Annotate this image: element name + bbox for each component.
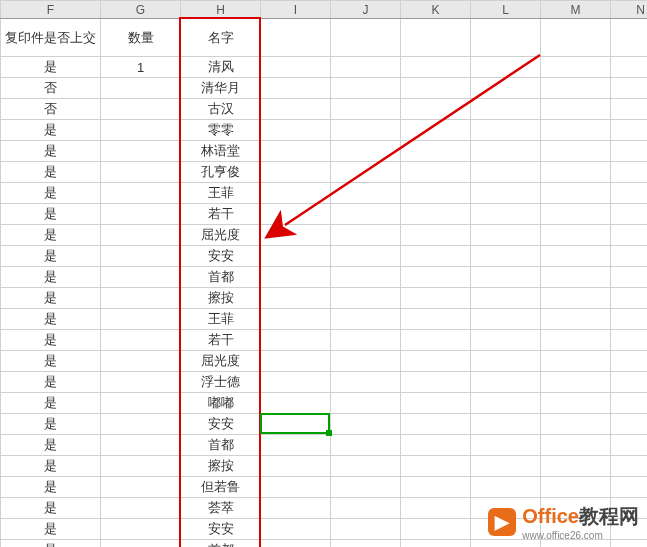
cell[interactable]: 若干	[181, 204, 261, 225]
cell[interactable]	[401, 498, 471, 519]
cell[interactable]: 安安	[181, 414, 261, 435]
cell[interactable]	[261, 99, 331, 120]
cell[interactable]	[611, 267, 648, 288]
cell[interactable]	[471, 141, 541, 162]
cell[interactable]: 首都	[181, 435, 261, 456]
spreadsheet-grid[interactable]: F G H I J K L M N 复印件是否上交 数量 名字 是1清风否清华月…	[0, 0, 647, 547]
cell[interactable]	[611, 288, 648, 309]
cell[interactable]	[541, 309, 611, 330]
cell[interactable]	[401, 183, 471, 204]
cell[interactable]: 擦按	[181, 456, 261, 477]
cell[interactable]	[261, 204, 331, 225]
cell[interactable]	[611, 204, 648, 225]
cell[interactable]	[471, 162, 541, 183]
cell[interactable]	[331, 57, 401, 78]
cell[interactable]	[401, 330, 471, 351]
cell[interactable]	[331, 120, 401, 141]
col-header-G[interactable]: G	[101, 1, 181, 19]
cell[interactable]: 1	[101, 57, 181, 78]
cell[interactable]	[331, 540, 401, 548]
col-header-I[interactable]: I	[261, 1, 331, 19]
cell[interactable]	[401, 372, 471, 393]
cell[interactable]	[401, 78, 471, 99]
cell[interactable]: 是	[1, 141, 101, 162]
cell[interactable]	[611, 120, 648, 141]
cell[interactable]: 屈光度	[181, 351, 261, 372]
cell[interactable]	[101, 372, 181, 393]
cell[interactable]	[331, 351, 401, 372]
cell[interactable]	[541, 372, 611, 393]
cell[interactable]	[471, 225, 541, 246]
cell[interactable]	[401, 141, 471, 162]
cell[interactable]	[261, 225, 331, 246]
cell[interactable]: 是	[1, 309, 101, 330]
cell[interactable]	[541, 99, 611, 120]
cell[interactable]: 是	[1, 330, 101, 351]
cell[interactable]	[541, 57, 611, 78]
cell[interactable]	[331, 477, 401, 498]
cell[interactable]	[401, 540, 471, 548]
cell[interactable]	[261, 141, 331, 162]
cell[interactable]: 是	[1, 288, 101, 309]
cell[interactable]: 是	[1, 57, 101, 78]
cell[interactable]: 是	[1, 519, 101, 540]
cell[interactable]	[261, 330, 331, 351]
cell[interactable]	[331, 225, 401, 246]
cell[interactable]	[611, 99, 648, 120]
cell[interactable]	[401, 19, 471, 57]
cell[interactable]	[331, 162, 401, 183]
cell[interactable]	[331, 19, 401, 57]
cell[interactable]	[401, 246, 471, 267]
cell[interactable]	[611, 225, 648, 246]
cell[interactable]	[261, 288, 331, 309]
cell[interactable]	[541, 393, 611, 414]
cell[interactable]	[541, 78, 611, 99]
cell[interactable]: 是	[1, 477, 101, 498]
cell[interactable]	[541, 141, 611, 162]
cell[interactable]	[541, 183, 611, 204]
cell[interactable]	[401, 120, 471, 141]
cell[interactable]	[401, 435, 471, 456]
cell[interactable]	[401, 288, 471, 309]
cell[interactable]: 王菲	[181, 309, 261, 330]
cell[interactable]	[101, 162, 181, 183]
cell[interactable]	[471, 204, 541, 225]
cell[interactable]: 是	[1, 183, 101, 204]
cell[interactable]	[331, 519, 401, 540]
cell[interactable]	[611, 78, 648, 99]
cell[interactable]	[611, 393, 648, 414]
cell[interactable]	[261, 414, 331, 435]
cell[interactable]	[261, 540, 331, 548]
cell[interactable]	[331, 141, 401, 162]
cell[interactable]	[541, 19, 611, 57]
col-header-K[interactable]: K	[401, 1, 471, 19]
cell[interactable]	[101, 309, 181, 330]
cell[interactable]	[401, 162, 471, 183]
cell[interactable]: 是	[1, 393, 101, 414]
col-header-M[interactable]: M	[541, 1, 611, 19]
cell[interactable]: 荟萃	[181, 498, 261, 519]
cell[interactable]	[541, 435, 611, 456]
cell[interactable]	[331, 498, 401, 519]
cell[interactable]	[101, 246, 181, 267]
cell[interactable]	[101, 204, 181, 225]
cell[interactable]	[471, 309, 541, 330]
cell[interactable]	[331, 414, 401, 435]
cell[interactable]	[101, 414, 181, 435]
cell[interactable]: 是	[1, 162, 101, 183]
cell[interactable]	[261, 246, 331, 267]
cell[interactable]	[611, 19, 648, 57]
cell[interactable]	[611, 456, 648, 477]
cell[interactable]: 孔亨俊	[181, 162, 261, 183]
cell[interactable]	[471, 288, 541, 309]
cell[interactable]	[471, 99, 541, 120]
cell[interactable]	[261, 372, 331, 393]
cell[interactable]	[261, 120, 331, 141]
cell[interactable]	[261, 57, 331, 78]
cell[interactable]: 嘟嘟	[181, 393, 261, 414]
cell[interactable]	[611, 183, 648, 204]
cell[interactable]: 否	[1, 99, 101, 120]
cell[interactable]: 是	[1, 540, 101, 548]
cell[interactable]	[401, 225, 471, 246]
cell[interactable]	[541, 267, 611, 288]
